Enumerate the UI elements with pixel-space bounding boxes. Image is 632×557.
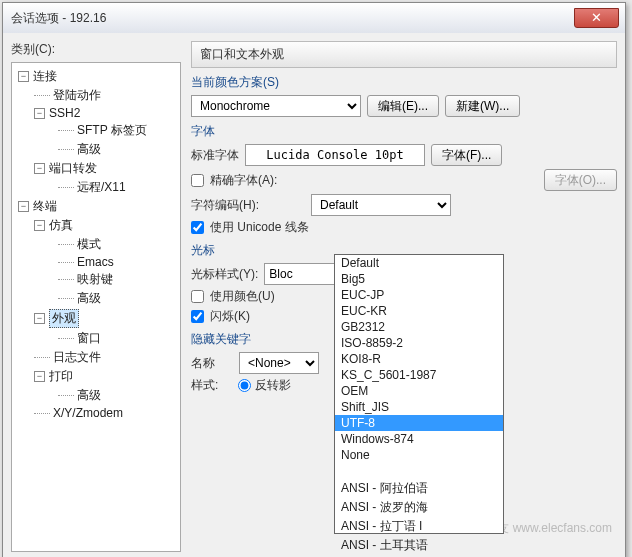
new-scheme-button[interactable]: 新建(W)... [445, 95, 520, 117]
precise-font-label: 精确字体(A): [210, 172, 277, 189]
encoding-option[interactable]: KS_C_5601-1987 [335, 367, 503, 383]
window-title: 会话选项 - 192.16 [11, 10, 574, 27]
encoding-option[interactable]: EUC-KR [335, 303, 503, 319]
encoding-option[interactable]: Windows-874 [335, 431, 503, 447]
category-label: 类别(C): [11, 41, 181, 58]
font-button[interactable]: 字体(F)... [431, 144, 502, 166]
section-header: 窗口和文本外观 [191, 41, 617, 68]
color-scheme-select[interactable]: Monochrome [191, 95, 361, 117]
titlebar: 会话选项 - 192.16 ✕ [3, 3, 625, 33]
kw-style-radio-label: 反转影 [255, 377, 291, 394]
encoding-option[interactable]: ANSI - 波罗的海 [335, 498, 503, 517]
kw-name-select[interactable]: <None> [239, 352, 319, 374]
tree-connection[interactable]: −连接 [14, 67, 178, 86]
close-button[interactable]: ✕ [574, 8, 619, 28]
unicode-lines-label: 使用 Unicode 线条 [210, 219, 309, 236]
encoding-option[interactable]: None [335, 447, 503, 463]
font-display: Lucida Console 10pt [245, 144, 425, 166]
tree-appearance[interactable]: −外观 [14, 308, 178, 329]
tree-login[interactable]: 登陆动作 [14, 86, 178, 105]
tree-logfile[interactable]: 日志文件 [14, 348, 178, 367]
tree-advanced1[interactable]: 高级 [14, 140, 178, 159]
collapse-icon[interactable]: − [34, 163, 45, 174]
edit-scheme-button[interactable]: 编辑(E)... [367, 95, 439, 117]
collapse-icon[interactable]: − [18, 201, 29, 212]
encoding-option[interactable]: UTF-8 [335, 415, 503, 431]
unicode-lines-checkbox[interactable] [191, 221, 204, 234]
encoding-label: 字符编码(H): [191, 197, 259, 214]
tree-portfwd[interactable]: −端口转发 [14, 159, 178, 178]
category-sidebar: 类别(C): −连接 登陆动作 −SSH2 SFTP 标签页 高级 −端口转发 … [11, 41, 181, 552]
tree-mode[interactable]: 模式 [14, 235, 178, 254]
tree-remote[interactable]: 远程/X11 [14, 178, 178, 197]
collapse-icon[interactable]: − [34, 220, 45, 231]
tree-ssh2[interactable]: −SSH2 [14, 105, 178, 121]
encoding-option[interactable]: ISO-8859-2 [335, 335, 503, 351]
tree-advanced2[interactable]: 高级 [14, 289, 178, 308]
kw-name-label: 名称 [191, 355, 215, 372]
tree-advanced3[interactable]: 高级 [14, 386, 178, 405]
tree-xyz[interactable]: X/Y/Zmodem [14, 405, 178, 421]
use-color-label: 使用颜色(U) [210, 288, 275, 305]
blink-checkbox[interactable] [191, 310, 204, 323]
use-color-checkbox[interactable] [191, 290, 204, 303]
encoding-option[interactable]: OEM [335, 383, 503, 399]
kw-style-radio[interactable] [238, 379, 251, 392]
precise-font-checkbox[interactable] [191, 174, 204, 187]
encoding-option[interactable]: EUC-JP [335, 287, 503, 303]
encoding-option[interactable]: ANSI - 土耳其语 [335, 536, 503, 555]
tree-mapkey[interactable]: 映射键 [14, 270, 178, 289]
collapse-icon[interactable]: − [34, 108, 45, 119]
font-group-label: 字体 [191, 123, 617, 140]
font-button-2: 字体(O)... [544, 169, 617, 191]
collapse-icon[interactable]: − [34, 371, 45, 382]
tree-window[interactable]: 窗口 [14, 329, 178, 348]
collapse-icon[interactable]: − [34, 313, 45, 324]
collapse-icon[interactable]: − [18, 71, 29, 82]
category-tree[interactable]: −连接 登陆动作 −SSH2 SFTP 标签页 高级 −端口转发 远程/X11 … [11, 62, 181, 552]
tree-emulation[interactable]: −仿真 [14, 216, 178, 235]
blink-label: 闪烁(K) [210, 308, 250, 325]
tree-emacs[interactable]: Emacs [14, 254, 178, 270]
encoding-option[interactable]: ANSI - 拉丁语 I [335, 517, 503, 536]
tree-print[interactable]: −打印 [14, 367, 178, 386]
scheme-group-label: 当前颜色方案(S) [191, 74, 617, 91]
cursor-style-select[interactable] [264, 263, 344, 285]
session-options-window: 会话选项 - 192.16 ✕ 类别(C): −连接 登陆动作 −SSH2 SF… [2, 2, 626, 557]
encoding-select[interactable]: Default [311, 194, 451, 216]
kw-style-label: 样式: [191, 377, 218, 394]
encoding-option[interactable]: Shift_JIS [335, 399, 503, 415]
tree-sftp[interactable]: SFTP 标签页 [14, 121, 178, 140]
encoding-option[interactable]: Big5 [335, 271, 503, 287]
encoding-option[interactable]: Default [335, 255, 503, 271]
cursor-style-label: 光标样式(Y): [191, 266, 258, 283]
encoding-option[interactable]: KOI8-R [335, 351, 503, 367]
encoding-option[interactable]: GB2312 [335, 319, 503, 335]
encoding-option[interactable] [335, 463, 503, 479]
tree-terminal[interactable]: −终端 [14, 197, 178, 216]
std-font-label: 标准字体 [191, 147, 239, 164]
encoding-dropdown[interactable]: DefaultBig5EUC-JPEUC-KRGB2312ISO-8859-2K… [334, 254, 504, 534]
encoding-option[interactable]: ANSI - 阿拉伯语 [335, 479, 503, 498]
